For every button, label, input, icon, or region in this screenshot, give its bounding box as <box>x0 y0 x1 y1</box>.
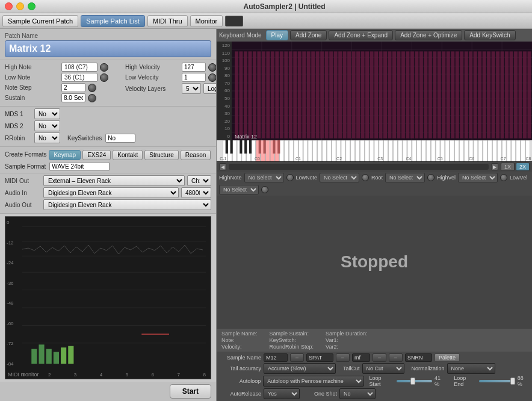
velocity-layers-select[interactable]: 54321 <box>182 83 201 94</box>
palette-button[interactable]: Palette <box>435 353 460 362</box>
svg-rect-166 <box>521 140 525 161</box>
zoom-2x-button[interactable]: 2X <box>516 163 530 171</box>
audio-out-select[interactable]: Digidesign Eleven Rack <box>43 199 211 210</box>
sample-name-part1[interactable] <box>264 353 288 362</box>
left-panel: Patch Name High Note 108 (C7) Low Note 3… <box>0 29 217 401</box>
audio-rate-select[interactable]: 48000 <box>181 187 211 198</box>
sample-name-minus2-button[interactable]: – <box>336 353 350 362</box>
sample-name-part3[interactable] <box>352 353 370 362</box>
sample-patch-list-button[interactable]: Sample Patch List <box>81 15 145 27</box>
sustain-input[interactable] <box>61 93 85 102</box>
svg-rect-84 <box>451 51 454 138</box>
high-note-knob[interactable] <box>100 63 108 72</box>
high-velocity-knob[interactable] <box>208 63 217 72</box>
svg-rect-62 <box>352 51 356 138</box>
midi-ch-select[interactable]: Ch:1 <box>187 175 211 186</box>
format-kontakt-button[interactable]: Kontakt <box>113 150 143 160</box>
format-reason-button[interactable]: Reason <box>181 150 211 160</box>
tailcut-select[interactable]: No Cut <box>362 363 404 374</box>
patch-name-input[interactable] <box>5 40 211 57</box>
loop-start-thumb[interactable] <box>410 378 415 385</box>
lowvel-knob[interactable] <box>261 186 268 193</box>
format-structure-button[interactable]: Structure <box>144 150 179 160</box>
loop-end-thumb[interactable] <box>510 378 515 385</box>
sample-format-input[interactable] <box>49 162 110 171</box>
normalization-select[interactable]: None <box>447 363 495 374</box>
mds1-select[interactable]: NoYes <box>34 108 60 119</box>
sample-current-patch-button[interactable]: Sample Current Patch <box>2 15 78 27</box>
sample-name-part2[interactable] <box>306 353 333 362</box>
autorelease-select[interactable]: YesNo <box>264 388 300 399</box>
highvel-select[interactable]: No Select <box>458 173 498 182</box>
svg-rect-42 <box>262 51 265 138</box>
mds2-label: MDS 2 <box>5 123 32 129</box>
keyswitches-input[interactable] <box>105 134 135 143</box>
low-velocity-knob[interactable] <box>208 73 217 82</box>
svg-rect-50 <box>298 51 302 138</box>
audio-in-select[interactable]: Digidesign Eleven Rack <box>43 187 179 198</box>
lownote-knob[interactable] <box>362 174 369 181</box>
scroll-right-arrow[interactable]: ▶ <box>491 163 498 170</box>
svg-rect-160 <box>493 140 497 161</box>
highnote-select[interactable]: No Select <box>244 173 284 182</box>
low-note-knob[interactable] <box>100 73 108 82</box>
svg-rect-138 <box>389 140 393 161</box>
svg-rect-37 <box>239 51 243 138</box>
highnote-knob[interactable] <box>286 174 294 181</box>
note-step-input[interactable] <box>61 83 85 92</box>
oneshot-select[interactable]: NoYes <box>339 388 376 399</box>
svg-rect-65 <box>365 51 369 138</box>
sample-info-bar: Sample Name: Note: Velocity: Sample Sust… <box>217 328 532 352</box>
midi-out-select[interactable]: External – Eleven Rack <box>43 175 185 186</box>
sample-name-minus1-button[interactable]: – <box>290 353 304 362</box>
zoom-1x-button[interactable]: 1X <box>501 163 515 171</box>
format-exs24-button[interactable]: EXS24 <box>82 150 111 160</box>
monitor-button[interactable]: Monitor <box>190 15 223 27</box>
loop-start-slider[interactable] <box>397 380 432 382</box>
minimize-button[interactable] <box>16 2 24 10</box>
sample-name-minus3-button[interactable]: – <box>373 353 386 362</box>
format-keymap-button[interactable]: Keymap <box>49 150 81 160</box>
svg-rect-97 <box>510 51 513 138</box>
low-note-row: Low Note 36 (C1) <box>5 73 108 82</box>
svg-rect-46 <box>280 51 283 138</box>
sustain-knob[interactable] <box>88 94 96 102</box>
lownote-select[interactable]: No Select <box>320 173 359 182</box>
loop-start-pct: 41 % <box>435 375 447 387</box>
km-add-zone-button[interactable]: Add Zone <box>290 30 327 40</box>
km-play-button[interactable]: Play <box>266 30 288 40</box>
loop-end-slider[interactable] <box>479 380 515 382</box>
tail-accuracy-select[interactable]: Accurate (Slow) <box>264 363 336 374</box>
high-velocity-input[interactable] <box>182 63 206 72</box>
maximize-button[interactable] <box>28 2 36 10</box>
low-velocity-label: Low Velocity <box>125 74 179 81</box>
low-note-value: 36 (C1) <box>61 73 97 82</box>
velocity-curve-select[interactable]: Log1LinearLog2 <box>203 83 217 94</box>
root-select[interactable]: No Select <box>385 173 425 182</box>
km-add-zone-optimize-button[interactable]: Add Zone + Optimize <box>395 30 462 40</box>
svg-text:C7: C7 <box>501 157 506 161</box>
svg-rect-68 <box>379 51 383 138</box>
scroll-left-arrow[interactable]: ◀ <box>219 163 226 170</box>
midi-thru-button[interactable]: MIDI Thru <box>147 15 188 27</box>
highvel-knob[interactable] <box>500 174 507 181</box>
km-add-zone-expand-button[interactable]: Add Zone + Expand <box>329 30 393 40</box>
note-step-knob[interactable] <box>88 84 96 92</box>
var2-info-label: Var2: <box>326 344 368 350</box>
normalization-label: Normalization <box>412 365 445 371</box>
close-button[interactable] <box>5 2 13 10</box>
scrollbar-track[interactable] <box>229 164 489 170</box>
svg-rect-78 <box>424 51 427 138</box>
lowvel-select[interactable]: No Select <box>219 185 259 194</box>
sample-name-minus4-button[interactable]: – <box>389 353 403 362</box>
svg-rect-137 <box>384 140 388 161</box>
start-button[interactable]: Start <box>170 384 211 399</box>
km-add-keyswitch-button[interactable]: Add KeySwitch <box>464 30 515 40</box>
piano-roll[interactable]: C-1 C0 C1 C2 C3 C4 C5 C6 C7 C8 <box>217 140 532 161</box>
rrobin-select[interactable]: NoYes <box>34 132 60 143</box>
root-knob[interactable] <box>427 174 435 181</box>
autoloop-select[interactable]: Autoloop with Penrose machine <box>263 376 364 387</box>
mds2-select[interactable]: NoYes <box>34 120 60 131</box>
low-velocity-input[interactable] <box>182 73 206 82</box>
sample-name-part4[interactable] <box>405 353 432 362</box>
